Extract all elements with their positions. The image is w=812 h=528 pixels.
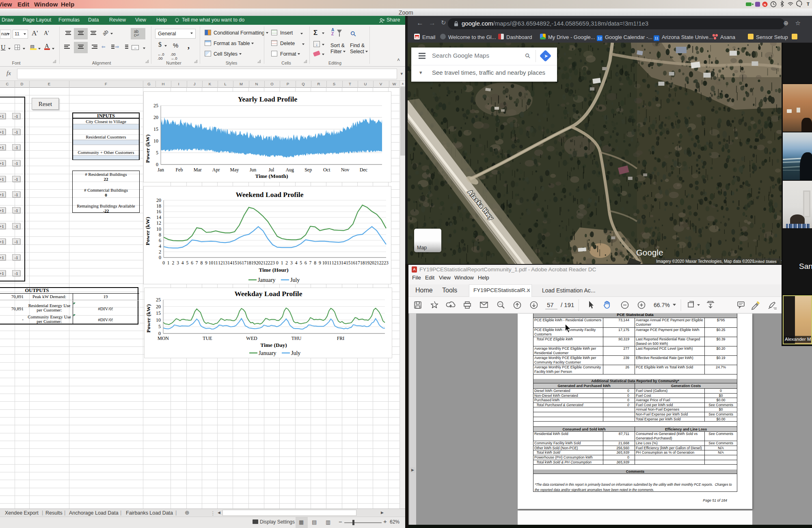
svg-text:July: July (290, 277, 300, 283)
svg-text:July: July (291, 350, 300, 356)
svg-text:Sep: Sep (304, 167, 312, 173)
svg-text:7: 7 (196, 260, 198, 265)
svg-text:20: 20 (156, 304, 161, 309)
svg-text:12: 12 (332, 260, 337, 265)
svg-text:THU: THU (292, 335, 302, 341)
svg-text:21: 21 (374, 260, 379, 265)
svg-text:United States: United States (753, 259, 777, 264)
svg-text:/ 191: / 191 (561, 301, 574, 308)
svg-text:1: 1 (281, 260, 283, 265)
svg-text:6: 6 (159, 238, 161, 243)
svg-text:66.7%: 66.7% (654, 302, 670, 308)
svg-text:Dec: Dec (360, 167, 367, 173)
svg-text:May: May (230, 167, 239, 173)
svg-text:20: 20 (256, 260, 261, 265)
svg-text:11: 11 (327, 260, 332, 265)
svg-text:WED: WED (246, 335, 257, 341)
svg-text:15: 15 (232, 260, 237, 265)
svg-text:22: 22 (379, 260, 384, 265)
svg-text:Time (Hour): Time (Hour) (259, 267, 289, 273)
svg-text:6: 6 (191, 260, 193, 265)
svg-text:11: 11 (214, 260, 218, 265)
svg-text:25: 25 (153, 103, 158, 108)
svg-text:5: 5 (300, 260, 302, 265)
svg-text:15: 15 (156, 310, 161, 316)
svg-text:16: 16 (237, 260, 242, 265)
svg-text:1: 1 (167, 260, 170, 265)
svg-text:Apr: Apr (212, 167, 220, 173)
svg-text:18: 18 (360, 260, 365, 265)
svg-text:Yearly Load Profile: Yearly Load Profile (238, 95, 298, 103)
svg-text:2: 2 (285, 260, 288, 265)
svg-text:15: 15 (153, 126, 158, 132)
svg-text:4: 4 (181, 260, 184, 265)
svg-text:3: 3 (290, 260, 293, 265)
svg-text:20: 20 (369, 260, 374, 265)
svg-text:3: 3 (177, 260, 179, 265)
svg-text:23: 23 (270, 260, 275, 265)
svg-text:5: 5 (186, 260, 188, 265)
svg-text:16: 16 (156, 209, 161, 214)
svg-text:10: 10 (209, 260, 214, 265)
svg-text:N: N (764, 3, 766, 6)
svg-text:Nov: Nov (341, 167, 350, 173)
svg-text:18: 18 (156, 203, 161, 209)
svg-text:Jun: Jun (250, 167, 257, 173)
svg-text:0: 0 (159, 255, 161, 260)
svg-text:23: 23 (384, 260, 389, 265)
svg-text:20: 20 (156, 197, 161, 203)
svg-text:15: 15 (346, 260, 351, 265)
svg-text:0: 0 (156, 162, 158, 167)
svg-text:14: 14 (227, 260, 232, 265)
svg-text:January: January (259, 350, 276, 356)
svg-text:January: January (258, 277, 276, 283)
svg-text:Mar: Mar (194, 167, 202, 173)
svg-text:Feb: Feb (175, 167, 183, 173)
svg-text:Weekday Load Profile: Weekday Load Profile (235, 290, 302, 298)
svg-text:Aug: Aug (285, 167, 294, 173)
svg-text:16: 16 (351, 260, 356, 265)
svg-text:0: 0 (162, 260, 165, 265)
svg-text:8: 8 (314, 260, 316, 265)
svg-text:FRI: FRI (337, 335, 345, 341)
svg-text:17: 17 (242, 260, 246, 265)
svg-text:13: 13 (223, 260, 228, 265)
svg-text:7: 7 (309, 260, 312, 265)
svg-text:4: 4 (159, 243, 161, 249)
svg-text:5: 5 (156, 150, 158, 156)
svg-text:57: 57 (547, 301, 554, 308)
svg-text:13: 13 (337, 260, 341, 265)
svg-text:20: 20 (153, 115, 158, 120)
svg-text:8: 8 (159, 232, 161, 238)
svg-text:5: 5 (158, 324, 161, 329)
svg-text:Oct: Oct (323, 167, 330, 173)
svg-text:2: 2 (172, 260, 174, 265)
svg-text:19: 19 (251, 260, 256, 265)
svg-text:Jul: Jul (268, 167, 274, 173)
svg-text:19: 19 (365, 260, 370, 265)
svg-text:14: 14 (341, 260, 346, 265)
svg-text:9: 9 (205, 260, 207, 265)
svg-text:Google: Google (636, 248, 663, 257)
svg-text:Jan: Jan (158, 167, 164, 173)
svg-text:Weekend Load Profile: Weekend Load Profile (236, 190, 304, 199)
svg-text:Time (Month): Time (Month) (255, 173, 288, 179)
svg-text:21: 21 (261, 260, 266, 265)
svg-text:6: 6 (304, 260, 307, 265)
svg-text:14: 14 (156, 214, 161, 220)
svg-text:10: 10 (153, 138, 158, 144)
svg-text:17: 17 (355, 260, 360, 265)
svg-text:12: 12 (218, 260, 223, 265)
svg-text:22: 22 (266, 260, 270, 265)
svg-text:12: 12 (156, 220, 161, 226)
svg-text:2: 2 (159, 249, 161, 255)
svg-text:Power (kW): Power (kW) (145, 217, 151, 245)
svg-text:9: 9 (319, 260, 321, 265)
svg-text:0: 0 (276, 260, 279, 265)
svg-text:8: 8 (200, 260, 203, 265)
svg-text:25: 25 (156, 297, 161, 303)
svg-text:T: T (807, 2, 810, 6)
svg-text:TUE: TUE (203, 335, 212, 341)
svg-text:18: 18 (246, 260, 251, 265)
svg-text:10: 10 (322, 260, 327, 265)
